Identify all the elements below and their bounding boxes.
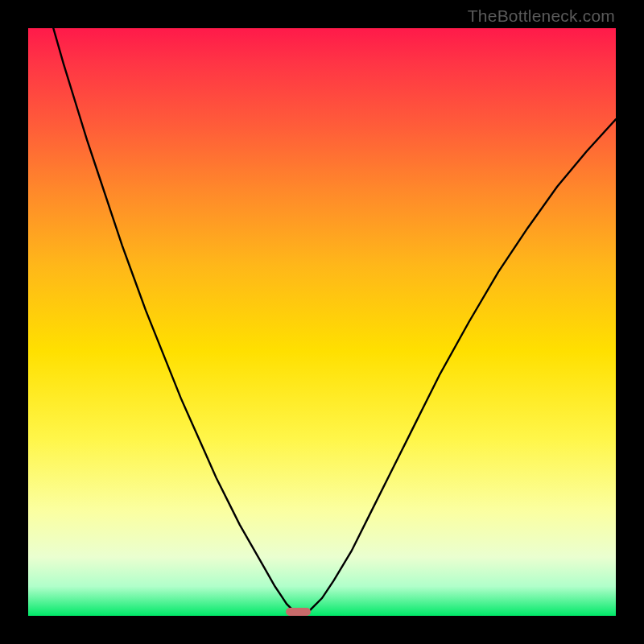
bottleneck-curve [28,28,616,616]
minimum-marker [286,608,311,616]
curve-svg [28,28,616,616]
chart-frame: TheBottleneck.com [0,0,644,644]
plot-area [28,28,616,616]
watermark-text: TheBottleneck.com [468,6,615,26]
